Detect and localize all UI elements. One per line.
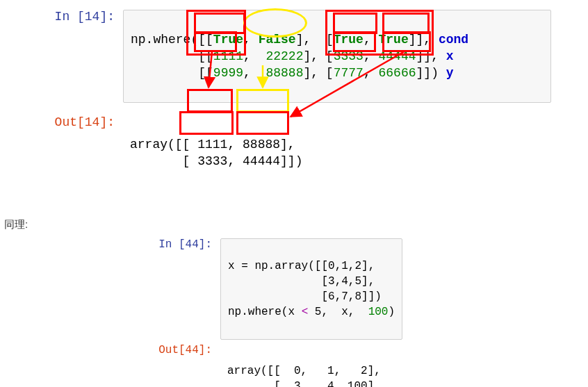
num: 1111 xyxy=(213,49,243,63)
code-text: ], [ xyxy=(303,49,333,63)
operator-lt: < xyxy=(302,306,309,318)
output-line: array([[ 1111, 88888], xyxy=(130,138,295,151)
code-text: [[ xyxy=(131,49,213,63)
bool-true: True xyxy=(379,33,409,47)
num: 88888 xyxy=(266,66,303,80)
code-text: ]], xyxy=(409,33,431,47)
code-text: ) xyxy=(388,306,395,318)
code-output-14: array([[ 1111, 88888], [ 3333, 44444]]) xyxy=(123,115,309,190)
code-text: np.where([[ xyxy=(131,33,213,47)
code-text: , xyxy=(364,49,379,63)
bool-false: False xyxy=(259,33,296,47)
annotation-cond: cond xyxy=(431,33,468,47)
code-line: x = np.array([[0,1,2], xyxy=(228,260,375,272)
code-text: ]], xyxy=(416,49,439,63)
code-input-14: np.where([[True, False], [True, True]], … xyxy=(123,10,551,103)
code-text: ], [ xyxy=(296,33,334,47)
output-line: [ 3, 4, 100], xyxy=(227,380,381,387)
out-prompt-44: Out[44]: xyxy=(97,344,220,356)
code-text: , xyxy=(243,49,266,63)
num: 22222 xyxy=(266,49,303,63)
code-output-44: array([[ 0, 1, 2], [ 3, 4, 100], [100, 1… xyxy=(220,344,394,387)
in-prompt-44: In [44]: xyxy=(97,238,220,251)
num: 100 xyxy=(368,306,389,318)
output-line: [ 3333, 44444]]) xyxy=(130,154,302,168)
bool-true: True xyxy=(213,33,243,47)
bool-true: True xyxy=(334,33,364,47)
code-text: , xyxy=(243,66,266,80)
output-line: array([[ 0, 1, 2], xyxy=(227,365,381,377)
note-text: 同理: xyxy=(4,218,588,231)
annotation-x: x xyxy=(439,49,454,63)
num: 66666 xyxy=(379,66,416,80)
code-text: , xyxy=(364,33,379,47)
num: 3333 xyxy=(334,49,364,63)
code-input-44: x = np.array([[0,1,2], [3,4,5], [6,7,8]]… xyxy=(220,238,402,340)
code-text: , xyxy=(364,66,379,80)
code-line: [3,4,5], xyxy=(228,275,375,288)
num: 9999 xyxy=(213,66,243,80)
annotation-y: y xyxy=(439,66,454,80)
in-prompt-14: In [14]: xyxy=(0,10,123,24)
code-text: [[ xyxy=(131,66,213,80)
code-line: [6,7,8]]) xyxy=(228,290,382,303)
out-prompt-14: Out[14]: xyxy=(0,115,123,129)
code-text: 5, x, xyxy=(308,306,368,318)
num: 44444 xyxy=(379,49,416,63)
num: 7777 xyxy=(334,66,364,80)
code-text: , xyxy=(243,33,259,47)
code-text: np.where(x xyxy=(228,306,302,318)
code-text: ], [ xyxy=(303,66,333,80)
code-text: ]]) xyxy=(416,66,439,80)
